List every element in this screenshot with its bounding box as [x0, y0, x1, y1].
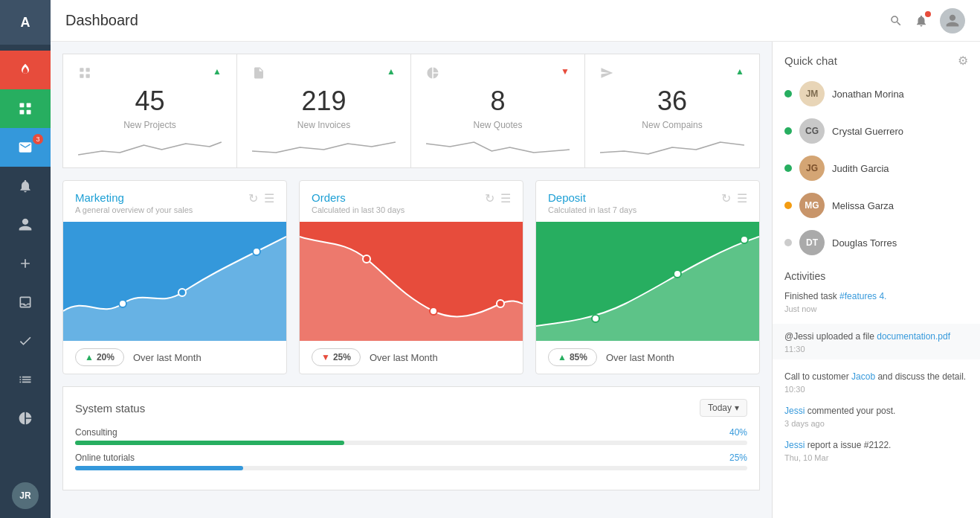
svg-rect-3	[27, 110, 31, 115]
orders-chart-area	[300, 222, 523, 341]
sidebar-bottom: JR	[12, 482, 39, 518]
sidebar-item-inbox[interactable]	[0, 283, 51, 322]
chat-list: JM Jonathan Morina CG Crystal Guerrero J…	[773, 75, 980, 261]
activity-item-2: @Jessi uploaded a file documentation.pdf…	[773, 324, 980, 359]
sidebar-nav: 3	[0, 45, 51, 438]
activity-time-1: Just now	[784, 304, 968, 313]
status-dot-melissa	[784, 202, 792, 209]
deposit-menu-icon[interactable]: ☰	[737, 191, 747, 205]
status-dot-jonathan	[784, 90, 792, 97]
quick-chat-header: Quick chat ⚙	[773, 42, 980, 75]
sidebar-item-list[interactable]	[0, 360, 51, 399]
avatar-melissa: MG	[799, 193, 825, 218]
activity-time-3: 10:30	[784, 385, 968, 394]
svg-rect-2	[20, 110, 25, 115]
consulting-bar-fill	[75, 441, 344, 445]
deposit-refresh-icon[interactable]: ↻	[721, 191, 731, 205]
marketing-menu-icon[interactable]: ☰	[264, 191, 274, 205]
projects-mini-chart	[78, 136, 222, 159]
stat-card-projects: ▲ 45 New Projects	[63, 54, 237, 167]
orders-menu-icon[interactable]: ☰	[500, 191, 511, 205]
quotes-label: New Quotes	[426, 120, 570, 130]
svg-point-14	[592, 315, 599, 322]
tutorials-bar-bg	[75, 466, 747, 470]
invoices-mini-chart	[252, 136, 396, 159]
chat-item-crystal[interactable]: CG Crystal Guerrero	[778, 112, 974, 150]
sidebar-item-user[interactable]	[0, 205, 51, 244]
activities-section: Activities Finished task #features 4. Ju…	[773, 261, 980, 482]
user-avatar-header[interactable]	[940, 8, 965, 33]
marketing-footer-text: Over last Month	[133, 352, 202, 363]
svg-rect-7	[86, 74, 90, 78]
compains-count: 36	[600, 86, 744, 117]
sidebar-item-notifications[interactable]	[0, 167, 51, 205]
compains-icon	[600, 66, 613, 83]
quotes-icon	[426, 66, 439, 83]
chevron-down-icon: ▾	[735, 403, 739, 413]
svg-point-15	[674, 270, 681, 278]
activity-item-5: Jessi report a issue #2122. Thu, 10 Mar	[784, 438, 968, 462]
deposit-badge: ▲ 85%	[548, 348, 597, 366]
activity-link-1[interactable]: #features 4.	[839, 291, 886, 301]
orders-refresh-icon[interactable]: ↻	[485, 191, 494, 205]
marketing-refresh-icon[interactable]: ↻	[248, 191, 258, 205]
chat-name-jonathan: Jonathan Morina	[832, 89, 904, 100]
svg-rect-5	[86, 68, 90, 71]
period-selector[interactable]: Today ▾	[700, 399, 747, 417]
sidebar-user-avatar[interactable]: JR	[12, 482, 39, 509]
sidebar-item-tasks[interactable]	[0, 322, 51, 360]
svg-point-8	[119, 300, 126, 307]
chat-item-melissa[interactable]: MG Melissa Garza	[778, 187, 974, 224]
quotes-count: 8	[426, 86, 570, 117]
notifications-button[interactable]	[915, 14, 928, 28]
status-dot-crystal	[784, 127, 792, 135]
consulting-progress: Consulting 40%	[75, 427, 747, 445]
stat-card-invoices: ▲ 219 New Invoices	[237, 54, 411, 167]
sidebar-item-mail[interactable]: 3	[0, 128, 51, 167]
deposit-chart-area	[536, 222, 759, 341]
sidebar-item-fire[interactable]	[0, 51, 51, 89]
chat-name-crystal: Crystal Guerrero	[832, 126, 903, 137]
marketing-chart-area	[63, 222, 286, 341]
activity-link-3[interactable]: Jacob	[851, 371, 875, 382]
svg-rect-6	[80, 74, 83, 78]
activity-time-2: 11:30	[784, 345, 968, 354]
projects-count: 45	[78, 86, 222, 117]
avatar-crystal: CG	[799, 118, 825, 144]
main-content: Dashboard	[51, 0, 980, 518]
chat-name-douglas: Douglas Torres	[832, 237, 897, 249]
svg-point-13	[497, 300, 504, 307]
sidebar-item-grid[interactable]	[0, 89, 51, 128]
search-button[interactable]	[889, 14, 903, 28]
svg-point-9	[178, 289, 186, 296]
invoices-label: New Invoices	[252, 120, 396, 130]
header-actions	[889, 8, 965, 33]
sidebar-logo-text: A	[21, 15, 30, 31]
orders-footer-text: Over last Month	[370, 352, 438, 363]
chat-item-judith[interactable]: JG Judith Garcia	[778, 150, 974, 187]
svg-rect-0	[20, 103, 25, 108]
content-area: ▲ 45 New Projects	[51, 42, 980, 518]
activity-item-4: Jessi commented your post. 3 days ago	[784, 404, 968, 428]
activity-link-5[interactable]: Jessi	[784, 440, 805, 450]
sidebar-item-reports[interactable]	[0, 399, 51, 438]
sidebar-logo[interactable]: A	[0, 0, 51, 45]
sidebar-item-add[interactable]	[0, 244, 51, 283]
marketing-badge: ▲ 20%	[75, 348, 124, 366]
marketing-footer: ▲ 20% Over last Month	[63, 341, 286, 374]
tutorials-value: 25%	[729, 453, 747, 463]
projects-label: New Projects	[78, 120, 222, 130]
activity-link-2[interactable]: documentation.pdf	[877, 331, 950, 342]
projects-icon	[78, 66, 91, 83]
deposit-panel: Deposit Calculated in last 7 days ↻ ☰	[535, 180, 760, 374]
chat-item-jonathan[interactable]: JM Jonathan Morina	[778, 75, 974, 112]
activity-link-4[interactable]: Jessi	[784, 406, 805, 416]
orders-subtitle: Calculated in last 30 days	[312, 205, 404, 214]
gear-icon[interactable]: ⚙	[958, 54, 968, 68]
activity-item-3: Call to customer Jacob and discuss the d…	[784, 370, 968, 394]
consulting-bar-bg	[75, 441, 747, 445]
orders-footer: ▼ 25% Over last Month	[300, 341, 523, 374]
tutorials-label: Online tutorials	[75, 453, 135, 463]
tutorials-bar-fill	[75, 466, 243, 470]
chat-item-douglas[interactable]: DT Douglas Torres	[778, 224, 974, 261]
